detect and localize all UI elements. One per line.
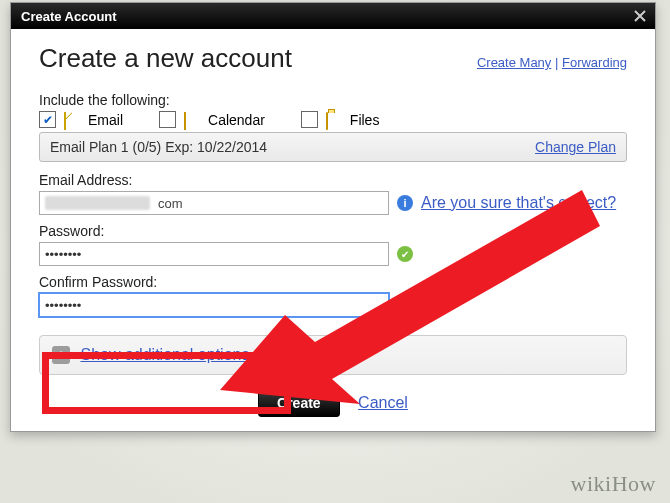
feature-calendar-label: Calendar xyxy=(208,112,265,128)
folder-icon xyxy=(326,113,342,126)
plan-bar: Email Plan 1 (0/5) Exp: 10/22/2014 Chang… xyxy=(39,132,627,162)
page-title: Create a new account xyxy=(39,43,292,74)
link-forwarding[interactable]: Forwarding xyxy=(562,55,627,70)
email-label: Email Address: xyxy=(39,172,627,188)
footer: Create Cancel xyxy=(39,375,627,421)
link-change-plan[interactable]: Change Plan xyxy=(535,139,616,155)
watermark: wikiHow xyxy=(571,471,656,497)
password-label: Password: xyxy=(39,223,627,239)
feature-row: Email Calendar Files xyxy=(39,111,627,128)
link-show-additional-options[interactable]: Show additional options xyxy=(80,346,249,363)
link-email-help[interactable]: Are you sure that's correct? xyxy=(421,194,616,212)
create-button[interactable]: Create xyxy=(258,389,340,417)
plan-text: Email Plan 1 (0/5) Exp: 10/22/2014 xyxy=(50,139,267,155)
check-ok-icon: ✔ xyxy=(397,246,413,262)
plus-icon: + xyxy=(52,346,70,364)
dialog-title: Create Account xyxy=(21,9,117,24)
info-icon: i xyxy=(397,195,413,211)
envelope-icon xyxy=(64,113,80,126)
confirm-password-label: Confirm Password: xyxy=(39,274,627,290)
checkbox-files[interactable] xyxy=(301,111,318,128)
link-create-many[interactable]: Create Many xyxy=(477,55,551,70)
cancel-link[interactable]: Cancel xyxy=(358,394,408,411)
include-label: Include the following: xyxy=(39,92,627,108)
email-field[interactable]: com xyxy=(39,191,389,215)
feature-email-label: Email xyxy=(88,112,123,128)
redacted-text xyxy=(45,196,150,210)
email-domain-suffix: com xyxy=(158,196,183,211)
create-account-dialog: Create Account Create a new account Crea… xyxy=(10,2,656,432)
dialog-content: Create a new account Create Many | Forwa… xyxy=(11,29,655,431)
dialog-titlebar: Create Account xyxy=(11,3,655,29)
additional-options-box: + Show additional options xyxy=(39,335,627,375)
checkbox-calendar[interactable] xyxy=(159,111,176,128)
close-icon[interactable] xyxy=(631,7,649,25)
feature-files-label: Files xyxy=(350,112,380,128)
confirm-password-field[interactable] xyxy=(39,293,389,317)
checkbox-email[interactable] xyxy=(39,111,56,128)
top-links: Create Many | Forwarding xyxy=(477,55,627,70)
calendar-icon xyxy=(184,113,200,126)
password-field[interactable] xyxy=(39,242,389,266)
separator: | xyxy=(555,55,562,70)
